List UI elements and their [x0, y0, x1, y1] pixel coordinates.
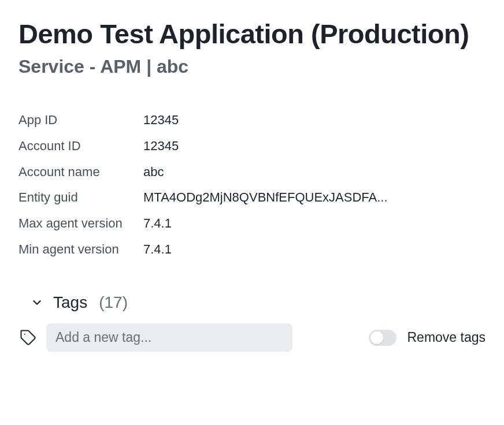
chevron-down-icon: [29, 294, 45, 311]
tags-controls: Remove tags: [18, 323, 486, 352]
tag-icon: [18, 328, 38, 348]
add-tag-input[interactable]: [46, 323, 292, 352]
meta-value-account-id: 12345: [143, 137, 486, 155]
meta-label-entity-guid: Entity guid: [18, 188, 143, 207]
meta-label-min-agent: Min agent version: [18, 240, 143, 259]
meta-label-account-id: Account ID: [18, 137, 143, 155]
tags-header[interactable]: Tags (17): [29, 293, 486, 312]
meta-value-account-name: abc: [143, 163, 486, 181]
remove-tags-label: Remove tags: [407, 330, 486, 345]
toggle-knob: [370, 331, 383, 344]
meta-label-app-id: App ID: [18, 111, 143, 129]
page-title: Demo Test Application (Production): [18, 17, 486, 51]
metadata-table: App ID 12345 Account ID 12345 Account na…: [18, 111, 486, 259]
meta-label-account-name: Account name: [18, 163, 143, 181]
remove-tags-toggle[interactable]: [369, 330, 396, 346]
meta-label-max-agent: Max agent version: [18, 214, 143, 233]
tags-count: (17): [99, 293, 128, 312]
remove-tags-control: Remove tags: [369, 330, 486, 346]
meta-value-entity-guid: MTA4ODg2MjN8QVBNfEFQUExJASDFA...: [143, 188, 486, 207]
meta-value-max-agent: 7.4.1: [143, 214, 486, 233]
meta-value-min-agent: 7.4.1: [143, 240, 486, 259]
meta-value-app-id: 12345: [143, 111, 486, 129]
tags-section: Tags (17) Remove tags: [29, 293, 486, 352]
page-subtitle: Service - APM | abc: [18, 56, 486, 77]
tags-title: Tags: [53, 293, 87, 312]
